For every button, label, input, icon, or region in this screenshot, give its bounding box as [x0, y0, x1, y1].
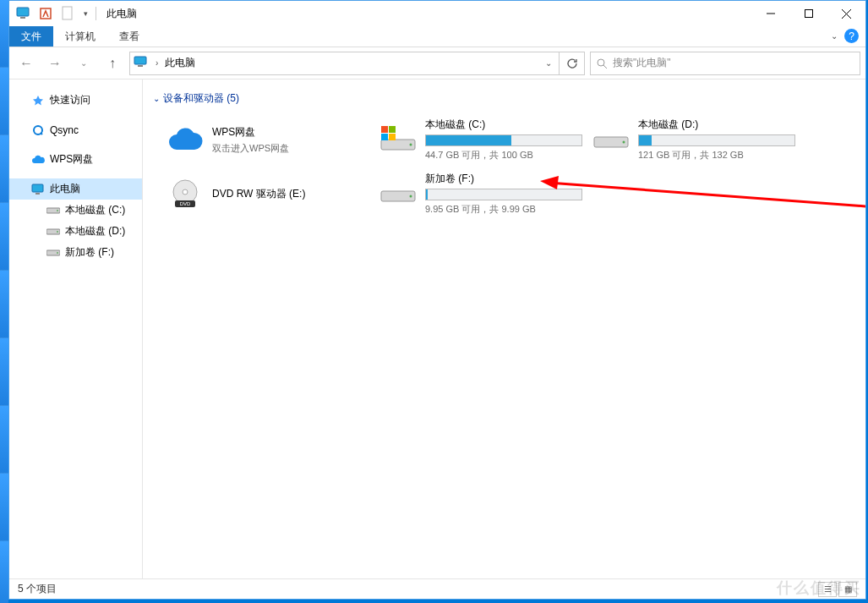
drive-icon: [592, 121, 630, 158]
nav-wps[interactable]: WPS网盘: [9, 149, 142, 170]
titlebar: ▾ 此电脑: [9, 1, 865, 26]
address-bar: ← → ⌄ ↑ › 此电脑 ⌄ 搜索"此电脑": [9, 47, 865, 79]
usage-fill: [639, 135, 652, 145]
tile-sub: 44.7 GB 可用，共 100 GB: [425, 149, 582, 162]
address-segment[interactable]: 此电脑: [165, 56, 195, 70]
explorer-window: ▾ 此电脑 文件 计算机 查看 ⌄ ? ← → ⌄ ↑ › 此电脑 ⌄: [8, 0, 866, 600]
svg-rect-25: [381, 134, 388, 140]
svg-rect-24: [389, 126, 396, 133]
tile-title: 本地磁盘 (D:): [638, 118, 795, 132]
svg-rect-23: [381, 126, 388, 133]
drive-icon: [46, 246, 60, 260]
svg-rect-26: [389, 134, 396, 140]
help-icon[interactable]: ?: [844, 29, 859, 43]
drive-icon: [46, 204, 60, 217]
section-header-devices[interactable]: ⌄ 设备和驱动器 (5): [148, 88, 860, 109]
nav-this-pc[interactable]: 此电脑: [9, 178, 142, 200]
nav-drive-f[interactable]: 新加卷 (F:): [9, 242, 142, 263]
drive-icon: [379, 175, 417, 212]
svg-point-18: [57, 231, 58, 233]
svg-rect-1: [20, 17, 25, 19]
forward-button[interactable]: →: [43, 52, 67, 75]
tile-drive-f[interactable]: 新加卷 (F:) 9.95 GB 可用，共 9.99 GB: [373, 167, 586, 221]
tile-sub: 9.95 GB 可用，共 9.99 GB: [425, 203, 582, 216]
qat-dropdown-icon[interactable]: ▾: [80, 4, 90, 23]
cloud-icon: [31, 153, 45, 167]
minimize-button[interactable]: [751, 1, 789, 26]
svg-point-28: [623, 141, 625, 144]
drive-icon: [379, 121, 417, 158]
qat-blank-icon[interactable]: [58, 4, 77, 23]
navigation-pane: 快速访问 Qsync WPS网盘 此电脑 本地磁盘 (C:): [9, 79, 143, 578]
ribbon: 文件 计算机 查看 ⌄ ?: [9, 26, 865, 47]
tile-sub: 双击进入WPS网盘: [212, 142, 366, 155]
up-button[interactable]: ↑: [101, 52, 124, 75]
tile-drive-d[interactable]: 本地磁盘 (D:) 121 GB 可用，共 132 GB: [586, 112, 799, 167]
tile-drive-c[interactable]: 本地磁盘 (C:) 44.7 GB 可用，共 100 GB: [373, 112, 586, 167]
tile-title: DVD RW 驱动器 (E:): [212, 187, 366, 201]
svg-point-22: [410, 144, 412, 146]
close-button[interactable]: [827, 1, 865, 26]
dvd-icon: DVD: [167, 175, 204, 212]
usage-bar: [425, 134, 582, 146]
tile-dvd[interactable]: DVD DVD RW 驱动器 (E:): [160, 167, 373, 221]
svg-line-11: [603, 65, 607, 69]
star-icon: [31, 94, 45, 107]
search-input[interactable]: 搜索"此电脑": [590, 52, 860, 75]
svg-text:DVD: DVD: [180, 201, 191, 206]
svg-point-20: [57, 252, 58, 254]
window-title: 此电脑: [106, 7, 137, 21]
tile-sub: 121 GB 可用，共 132 GB: [638, 149, 795, 162]
svg-point-34: [410, 195, 412, 198]
watermark: 什么值得买: [777, 578, 861, 598]
content-pane[interactable]: ⌄ 设备和驱动器 (5) WPS网盘 双击进入WPS网盘: [143, 79, 865, 578]
this-pc-icon: [31, 183, 45, 196]
tab-view[interactable]: 查看: [107, 26, 151, 47]
tab-computer[interactable]: 计算机: [53, 26, 107, 47]
status-count: 5 个项目: [18, 582, 57, 596]
nav-drive-d[interactable]: 本地磁盘 (D:): [9, 221, 142, 242]
statusbar: 5 个项目 ☰ ▦: [9, 578, 865, 599]
svg-point-10: [598, 59, 604, 66]
address-dropdown-icon[interactable]: ⌄: [542, 58, 555, 68]
this-pc-icon: [134, 56, 149, 71]
chevron-down-icon[interactable]: ⌄: [153, 94, 160, 103]
address-box[interactable]: › 此电脑 ⌄: [129, 52, 560, 75]
tile-title: 本地磁盘 (C:): [425, 118, 582, 132]
chevron-right-icon[interactable]: ›: [152, 58, 161, 68]
properties-icon[interactable]: [36, 4, 55, 23]
usage-fill: [426, 135, 511, 145]
search-icon: [596, 58, 608, 69]
usage-bar: [638, 134, 795, 146]
tile-wps[interactable]: WPS网盘 双击进入WPS网盘: [160, 112, 373, 167]
refresh-button[interactable]: [560, 52, 585, 75]
nav-drive-c[interactable]: 本地磁盘 (C:): [9, 200, 142, 221]
recent-dropdown-icon[interactable]: ⌄: [72, 52, 96, 75]
drive-icon: [46, 225, 60, 238]
search-placeholder: 搜索"此电脑": [613, 56, 671, 70]
qsync-icon: [31, 123, 45, 137]
svg-point-30: [183, 189, 188, 195]
maximize-button[interactable]: [789, 1, 827, 26]
usage-bar: [425, 189, 582, 200]
cloud-icon: [167, 121, 204, 158]
nav-quick-access[interactable]: 快速访问: [9, 90, 142, 111]
usage-fill: [426, 189, 428, 200]
svg-rect-0: [17, 8, 29, 16]
ribbon-expand-icon[interactable]: ⌄: [831, 31, 838, 41]
back-button[interactable]: ←: [14, 52, 38, 75]
svg-rect-5: [805, 10, 812, 18]
tab-file[interactable]: 文件: [9, 26, 53, 47]
svg-rect-13: [32, 184, 43, 192]
svg-rect-3: [63, 7, 72, 19]
this-pc-icon: [14, 4, 33, 23]
tile-title: WPS网盘: [212, 125, 366, 140]
svg-rect-9: [138, 65, 143, 67]
svg-rect-8: [134, 57, 146, 64]
svg-rect-14: [35, 193, 40, 195]
nav-qsync[interactable]: Qsync: [9, 119, 142, 140]
tile-title: 新加卷 (F:): [425, 172, 582, 186]
svg-point-16: [57, 210, 58, 211]
